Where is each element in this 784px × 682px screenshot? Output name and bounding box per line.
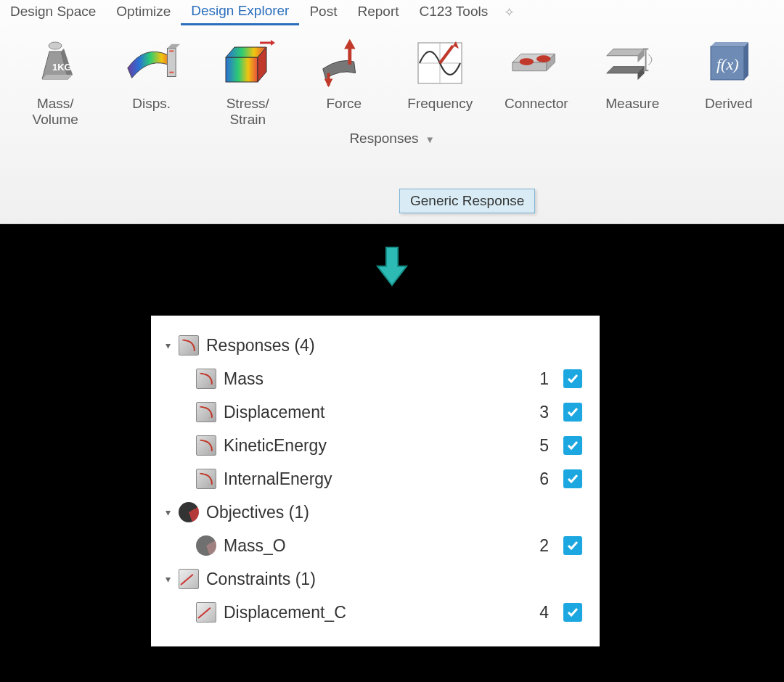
response-icon xyxy=(196,402,216,422)
tree-item-kineticenergy[interactable]: KineticEnergy 5 xyxy=(161,429,582,462)
tool-stress-strain[interactable]: Stress/ Strain xyxy=(208,35,287,128)
frequency-icon xyxy=(412,35,468,91)
tree-group-objectives[interactable]: ▾ Objectives (1) xyxy=(161,496,582,529)
ribbon-group-label[interactable]: Responses ▼ xyxy=(0,131,784,147)
svg-marker-11 xyxy=(324,78,332,87)
tool-disps[interactable]: Disps. xyxy=(112,35,192,128)
checkbox[interactable] xyxy=(563,469,582,488)
group-label: Constraints (1) xyxy=(206,570,582,589)
connector-icon xyxy=(508,35,565,91)
tree-item-displacement-c[interactable]: Displacement_C 4 xyxy=(161,596,582,629)
constraint-icon xyxy=(196,602,216,623)
tool-label: Stress/ Strain xyxy=(226,96,269,128)
tree-item-internalenergy[interactable]: InternalEnergy 6 xyxy=(161,462,582,496)
tab-c123-tools[interactable]: C123 Tools xyxy=(409,1,499,24)
collapse-icon[interactable]: ▾ xyxy=(161,573,174,585)
item-label: Mass_O xyxy=(224,536,520,556)
tool-force[interactable]: Force xyxy=(304,35,384,128)
checkbox[interactable] xyxy=(563,536,582,555)
tree-group-constraints[interactable]: ▾ Constraints (1) xyxy=(161,562,582,596)
tool-label: Connector xyxy=(505,96,568,128)
tree-item-mass-o[interactable]: Mass_O 2 xyxy=(161,529,582,562)
item-number: 6 xyxy=(520,469,563,489)
disps-icon xyxy=(123,35,180,91)
force-icon xyxy=(316,35,372,91)
checkbox[interactable] xyxy=(563,436,582,455)
item-number: 1 xyxy=(520,369,563,389)
item-label: Displacement xyxy=(224,403,520,422)
tree-item-mass[interactable]: Mass 1 xyxy=(161,362,582,395)
measure-icon xyxy=(604,35,661,91)
constraints-group-icon xyxy=(179,569,199,589)
item-label: InternalEnergy xyxy=(224,469,520,489)
svg-marker-9 xyxy=(344,39,356,49)
objective-icon xyxy=(196,535,216,556)
group-label: Objectives (1) xyxy=(206,503,582,522)
down-arrow-icon xyxy=(375,245,409,291)
tree-panel: ▾ Responses (4) Mass 1 Displacement 3 Ki… xyxy=(151,316,600,646)
response-icon xyxy=(196,369,216,389)
responses-group-icon xyxy=(179,335,199,356)
tool-label: Disps. xyxy=(132,96,171,128)
checkbox[interactable] xyxy=(563,369,582,388)
svg-rect-5 xyxy=(226,57,258,82)
svg-marker-7 xyxy=(271,40,275,46)
svg-point-0 xyxy=(49,42,62,49)
ribbon: Design Space Optimize Design Explorer Po… xyxy=(0,0,784,224)
svg-point-18 xyxy=(536,55,551,62)
stress-strain-icon xyxy=(219,35,276,91)
tool-mass-volume[interactable]: 1KG Mass/ Volume xyxy=(15,35,95,128)
objectives-group-icon xyxy=(179,502,199,522)
flow-arrow-area xyxy=(0,224,784,316)
ribbon-tools: 1KG Mass/ Volume Disps. xyxy=(0,25,784,128)
tab-design-space[interactable]: Design Space xyxy=(0,1,106,24)
svg-text:f(x): f(x) xyxy=(716,55,739,73)
checkbox[interactable] xyxy=(563,403,582,422)
tree-group-responses[interactable]: ▾ Responses (4) xyxy=(161,329,582,362)
svg-point-17 xyxy=(519,58,534,65)
checkbox[interactable] xyxy=(563,603,582,622)
collapse-icon[interactable]: ▾ xyxy=(161,340,174,351)
item-number: 4 xyxy=(520,603,563,623)
tool-label: Mass/ Volume xyxy=(33,96,78,128)
item-label: Mass xyxy=(224,369,520,389)
chevron-down-icon: ▼ xyxy=(425,134,435,145)
tab-post[interactable]: Post xyxy=(299,1,347,24)
tab-design-explorer[interactable]: Design Explorer xyxy=(181,0,299,25)
item-number: 5 xyxy=(520,436,563,456)
tool-label: Frequency xyxy=(407,96,473,128)
item-number: 2 xyxy=(520,536,563,556)
tab-report[interactable]: Report xyxy=(347,1,409,24)
response-icon xyxy=(196,435,216,456)
tool-label: Derived xyxy=(705,96,752,128)
tooltip-generic-response: Generic Response xyxy=(399,189,535,213)
group-label: Responses (4) xyxy=(206,336,582,356)
derived-icon: f(x) xyxy=(701,35,757,91)
item-label: Displacement_C xyxy=(224,603,520,623)
response-icon xyxy=(196,469,216,489)
tab-optimize[interactable]: Optimize xyxy=(106,1,181,24)
group-label-text: Responses xyxy=(349,131,418,146)
collapse-icon[interactable]: ▾ xyxy=(161,506,174,518)
tool-label: Force xyxy=(326,96,362,128)
tool-frequency[interactable]: Frequency xyxy=(400,35,480,128)
tree-item-displacement[interactable]: Displacement 3 xyxy=(161,395,582,429)
tab-strip: Design Space Optimize Design Explorer Po… xyxy=(0,0,784,25)
tool-connector[interactable]: Connector xyxy=(497,35,576,128)
tool-derived[interactable]: f(x) Derived xyxy=(689,35,769,128)
item-number: 3 xyxy=(520,403,563,422)
tool-label: Measure xyxy=(605,96,659,128)
add-tab-icon[interactable]: ✧ xyxy=(498,1,520,23)
item-label: KineticEnergy xyxy=(224,436,520,456)
mass-volume-icon: 1KG xyxy=(27,35,83,91)
svg-text:1KG: 1KG xyxy=(52,62,72,73)
tool-measure[interactable]: Measure xyxy=(592,35,672,128)
